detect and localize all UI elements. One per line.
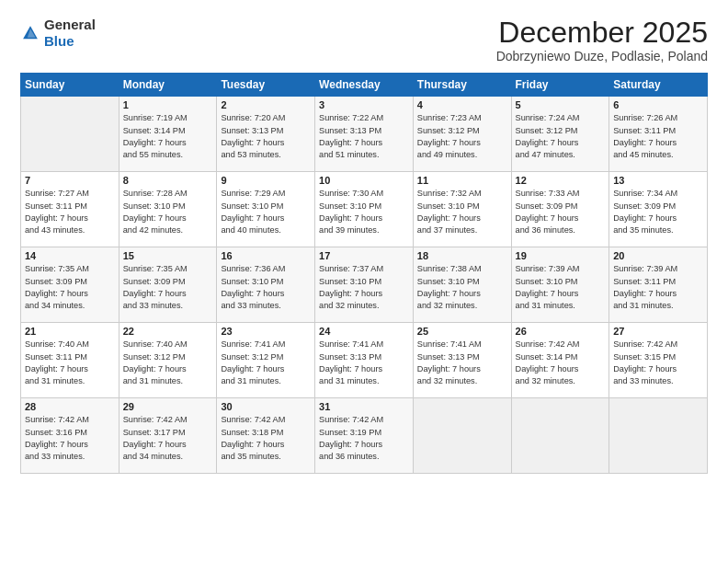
calendar-cell: 22Sunrise: 7:40 AM Sunset: 3:12 PM Dayli… [119,323,217,398]
day-number: 30 [221,401,311,412]
day-number: 26 [516,326,606,337]
calendar-cell: 18Sunrise: 7:38 AM Sunset: 3:10 PM Dayli… [413,247,511,323]
day-number: 27 [613,326,703,337]
header: General Blue December 2025 Dobrzyniewo D… [20,17,708,63]
header-row: SundayMondayTuesdayWednesdayThursdayFrid… [21,74,708,97]
logo-text: General Blue [44,17,96,50]
calendar-cell: 23Sunrise: 7:41 AM Sunset: 3:12 PM Dayli… [217,323,315,398]
day-number: 8 [123,175,213,186]
day-number: 18 [417,250,507,261]
cell-text: Sunrise: 7:39 AM Sunset: 3:11 PM Dayligh… [613,263,703,312]
day-number: 14 [25,250,115,261]
cell-text: Sunrise: 7:41 AM Sunset: 3:13 PM Dayligh… [319,339,409,387]
day-number: 11 [417,175,507,186]
calendar-cell: 8Sunrise: 7:28 AM Sunset: 3:10 PM Daylig… [119,172,217,247]
day-number: 16 [221,250,311,261]
header-day: Tuesday [217,74,315,97]
cell-text: Sunrise: 7:41 AM Sunset: 3:12 PM Dayligh… [221,339,311,387]
cell-text: Sunrise: 7:42 AM Sunset: 3:14 PM Dayligh… [516,339,606,387]
calendar-week-row: 1Sunrise: 7:19 AM Sunset: 3:14 PM Daylig… [21,97,708,172]
calendar-week-row: 7Sunrise: 7:27 AM Sunset: 3:11 PM Daylig… [21,172,708,247]
cell-text: Sunrise: 7:19 AM Sunset: 3:14 PM Dayligh… [123,112,213,161]
cell-text: Sunrise: 7:38 AM Sunset: 3:10 PM Dayligh… [417,263,507,312]
cell-text: Sunrise: 7:32 AM Sunset: 3:10 PM Dayligh… [417,188,507,236]
header-day: Sunday [21,74,119,97]
day-number: 2 [221,99,311,110]
calendar-cell: 27Sunrise: 7:42 AM Sunset: 3:15 PM Dayli… [609,323,708,398]
calendar-cell: 2Sunrise: 7:20 AM Sunset: 3:13 PM Daylig… [217,97,315,172]
cell-text: Sunrise: 7:37 AM Sunset: 3:10 PM Dayligh… [319,263,409,312]
cell-text: Sunrise: 7:28 AM Sunset: 3:10 PM Dayligh… [123,188,213,236]
header-day: Thursday [413,74,511,97]
location: Dobrzyniewo Duze, Podlasie, Poland [496,49,708,63]
calendar-week-row: 28Sunrise: 7:42 AM Sunset: 3:16 PM Dayli… [21,398,708,474]
calendar-cell: 15Sunrise: 7:35 AM Sunset: 3:09 PM Dayli… [119,247,217,323]
calendar-cell: 14Sunrise: 7:35 AM Sunset: 3:09 PM Dayli… [21,247,119,323]
calendar-cell: 11Sunrise: 7:32 AM Sunset: 3:10 PM Dayli… [413,172,511,247]
cell-text: Sunrise: 7:27 AM Sunset: 3:11 PM Dayligh… [25,188,115,236]
cell-text: Sunrise: 7:35 AM Sunset: 3:09 PM Dayligh… [25,263,115,312]
cell-text: Sunrise: 7:42 AM Sunset: 3:16 PM Dayligh… [25,414,115,463]
cell-text: Sunrise: 7:23 AM Sunset: 3:12 PM Dayligh… [417,112,507,161]
day-number: 19 [516,250,606,261]
calendar-week-row: 14Sunrise: 7:35 AM Sunset: 3:09 PM Dayli… [21,247,708,323]
calendar-cell: 17Sunrise: 7:37 AM Sunset: 3:10 PM Dayli… [315,247,414,323]
calendar-cell: 4Sunrise: 7:23 AM Sunset: 3:12 PM Daylig… [413,97,511,172]
cell-text: Sunrise: 7:42 AM Sunset: 3:15 PM Dayligh… [613,339,703,387]
calendar-cell: 16Sunrise: 7:36 AM Sunset: 3:10 PM Dayli… [217,247,315,323]
calendar-cell: 28Sunrise: 7:42 AM Sunset: 3:16 PM Dayli… [21,398,119,474]
header-day: Wednesday [315,74,414,97]
calendar-cell [21,97,119,172]
calendar-cell: 3Sunrise: 7:22 AM Sunset: 3:13 PM Daylig… [315,97,414,172]
day-number: 13 [613,175,703,186]
cell-text: Sunrise: 7:30 AM Sunset: 3:10 PM Dayligh… [319,188,409,236]
header-day: Monday [119,74,217,97]
cell-text: Sunrise: 7:22 AM Sunset: 3:13 PM Dayligh… [319,112,409,161]
logo-blue: Blue [44,33,74,49]
calendar-cell: 6Sunrise: 7:26 AM Sunset: 3:11 PM Daylig… [609,97,708,172]
calendar-cell: 31Sunrise: 7:42 AM Sunset: 3:19 PM Dayli… [315,398,414,474]
calendar-cell: 24Sunrise: 7:41 AM Sunset: 3:13 PM Dayli… [315,323,414,398]
calendar-cell: 10Sunrise: 7:30 AM Sunset: 3:10 PM Dayli… [315,172,414,247]
calendar-cell: 13Sunrise: 7:34 AM Sunset: 3:09 PM Dayli… [609,172,708,247]
day-number: 12 [516,175,606,186]
month-title: December 2025 [496,17,708,49]
day-number: 23 [221,326,311,337]
day-number: 6 [613,99,703,110]
day-number: 29 [123,401,213,412]
calendar-table: SundayMondayTuesdayWednesdayThursdayFrid… [20,73,708,474]
day-number: 25 [417,326,507,337]
calendar-cell [413,398,511,474]
day-number: 17 [319,250,409,261]
day-number: 28 [25,401,115,412]
day-number: 5 [516,99,606,110]
calendar-week-row: 21Sunrise: 7:40 AM Sunset: 3:11 PM Dayli… [21,323,708,398]
title-block: December 2025 Dobrzyniewo Duze, Podlasie… [496,17,708,63]
day-number: 1 [123,99,213,110]
day-number: 22 [123,326,213,337]
cell-text: Sunrise: 7:26 AM Sunset: 3:11 PM Dayligh… [613,112,703,161]
day-number: 10 [319,175,409,186]
cell-text: Sunrise: 7:40 AM Sunset: 3:12 PM Dayligh… [123,339,213,387]
cell-text: Sunrise: 7:42 AM Sunset: 3:19 PM Dayligh… [319,414,409,463]
cell-text: Sunrise: 7:29 AM Sunset: 3:10 PM Dayligh… [221,188,311,236]
calendar-cell: 5Sunrise: 7:24 AM Sunset: 3:12 PM Daylig… [511,97,609,172]
calendar-cell: 30Sunrise: 7:42 AM Sunset: 3:18 PM Dayli… [217,398,315,474]
cell-text: Sunrise: 7:24 AM Sunset: 3:12 PM Dayligh… [516,112,606,161]
cell-text: Sunrise: 7:41 AM Sunset: 3:13 PM Dayligh… [417,339,507,387]
header-day: Saturday [609,74,708,97]
cell-text: Sunrise: 7:40 AM Sunset: 3:11 PM Dayligh… [25,339,115,387]
logo-icon [20,23,40,43]
logo: General Blue [20,17,96,50]
cell-text: Sunrise: 7:36 AM Sunset: 3:10 PM Dayligh… [221,263,311,312]
day-number: 7 [25,175,115,186]
calendar-cell: 29Sunrise: 7:42 AM Sunset: 3:17 PM Dayli… [119,398,217,474]
cell-text: Sunrise: 7:42 AM Sunset: 3:17 PM Dayligh… [123,414,213,463]
day-number: 3 [319,99,409,110]
cell-text: Sunrise: 7:39 AM Sunset: 3:10 PM Dayligh… [516,263,606,312]
calendar-cell: 19Sunrise: 7:39 AM Sunset: 3:10 PM Dayli… [511,247,609,323]
day-number: 20 [613,250,703,261]
calendar-cell: 20Sunrise: 7:39 AM Sunset: 3:11 PM Dayli… [609,247,708,323]
calendar-cell: 26Sunrise: 7:42 AM Sunset: 3:14 PM Dayli… [511,323,609,398]
cell-text: Sunrise: 7:34 AM Sunset: 3:09 PM Dayligh… [613,188,703,236]
